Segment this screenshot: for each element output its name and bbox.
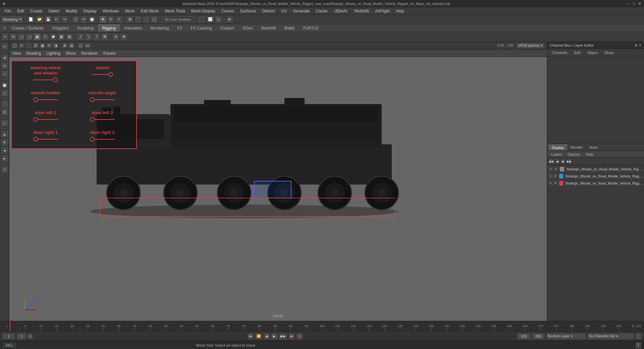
- lt-select[interactable]: ↖: [1, 43, 8, 50]
- vp-image-plane[interactable]: ◻: [77, 43, 84, 49]
- lt-render[interactable]: ▷: [1, 119, 8, 127]
- rig-cell-missile-holder[interactable]: missile holder: [17, 90, 74, 102]
- select-tool-rig[interactable]: ↖: [1, 33, 9, 41]
- layer-nav-next[interactable]: ▶: [560, 159, 566, 164]
- rp-tab-channels[interactable]: Channels: [548, 50, 571, 55]
- menu-uv[interactable]: UV: [279, 8, 290, 14]
- layer-v-2[interactable]: V: [548, 174, 553, 179]
- paint-select-button[interactable]: ⬤: [88, 16, 96, 23]
- vp-aa-btn[interactable]: AA: [84, 43, 91, 49]
- cross-btn[interactable]: ✜: [120, 33, 127, 41]
- tab-fx[interactable]: FX: [173, 25, 186, 32]
- rig-circle-mangle[interactable]: [90, 97, 95, 102]
- menu-airflight[interactable]: AirFlight: [372, 8, 392, 14]
- play-last-btn[interactable]: ⏭: [288, 333, 295, 340]
- rig-cell-missile-angle[interactable]: missile angle: [74, 90, 131, 102]
- le-tab-anim[interactable]: Anim: [586, 145, 601, 150]
- lt-extra[interactable]: A: [1, 166, 8, 173]
- layer-row-1[interactable]: V P Strategic_Missile_on_Road_Mobile_Veh…: [548, 166, 643, 172]
- menu-file[interactable]: File: [2, 8, 14, 14]
- vp-hud-btn[interactable]: ▤: [68, 43, 74, 49]
- ipr-render-button[interactable]: ⬜: [206, 16, 214, 23]
- timeline-ruler[interactable]: [9, 321, 635, 331]
- new-scene-button[interactable]: 📄: [27, 16, 35, 23]
- soft-select-rig[interactable]: ◁: [25, 33, 33, 41]
- snap-grid-button[interactable]: ⊞: [126, 16, 134, 23]
- rotate-tool-button[interactable]: ↻: [107, 16, 115, 23]
- right-panel-close-btn[interactable]: ✕: [639, 43, 641, 47]
- rig-btn5[interactable]: ▧: [66, 33, 73, 41]
- lt-up[interactable]: ▲: [1, 131, 8, 138]
- open-scene-button[interactable]: 📁: [36, 16, 44, 23]
- vp-menu-shading[interactable]: Shading: [26, 51, 41, 56]
- vp-light-btn[interactable]: ☀: [46, 43, 52, 49]
- lasso-select-rig[interactable]: ⟲: [9, 33, 17, 41]
- layer-p-1[interactable]: P: [554, 167, 558, 171]
- component-sel-rig[interactable]: ▣: [34, 33, 41, 41]
- layer-nav-first[interactable]: ◀◀: [548, 159, 554, 164]
- rig-circle-dl2[interactable]: [90, 117, 95, 122]
- select-tool-button[interactable]: ◻: [72, 16, 79, 23]
- vp-textured-btn[interactable]: ▦: [39, 43, 45, 49]
- rig-btn4[interactable]: ▦: [58, 33, 65, 41]
- tab-curves-surfaces[interactable]: Curves / Surfaces: [8, 25, 48, 32]
- play-forward-btn[interactable]: ▶: [271, 333, 278, 340]
- command-line-input[interactable]: [19, 342, 194, 348]
- rig-cell-stands[interactable]: stands: [74, 65, 131, 82]
- step-forward-btn[interactable]: ▶▶: [279, 333, 287, 340]
- rig-btn3[interactable]: ⬢: [50, 33, 57, 41]
- ik-handle-tool[interactable]: ╲: [85, 33, 92, 41]
- maximize-button[interactable]: □: [633, 1, 635, 6]
- lt-soft-select[interactable]: ⬤: [1, 81, 8, 89]
- layer-nav-prev[interactable]: ◀: [554, 159, 560, 164]
- tab-rigging[interactable]: Rigging: [98, 24, 120, 32]
- mode-dropdown[interactable]: Modeling ▾: [1, 16, 23, 23]
- vp-cam-btn[interactable]: ◯: [11, 43, 18, 49]
- rig-cell-door-right2[interactable]: door right 2: [74, 130, 131, 142]
- paint-rig[interactable]: ◁: [17, 33, 25, 41]
- vp-wire-btn[interactable]: ☰: [33, 43, 39, 49]
- menu-deform[interactable]: Deform: [259, 8, 278, 14]
- tab-sculpting[interactable]: Sculpting: [73, 25, 98, 32]
- tab-animation[interactable]: Animation: [120, 25, 146, 32]
- frame-sub-input[interactable]: [16, 333, 26, 340]
- menu-generate[interactable]: Generate: [290, 8, 312, 14]
- tab-redshift[interactable]: Redshift: [257, 25, 280, 32]
- vp-menu-lighting[interactable]: Lighting: [46, 51, 60, 56]
- 3d-viewport[interactable]: steering wheeland wheels stands: [9, 57, 547, 321]
- lt-down[interactable]: ▼: [1, 139, 8, 146]
- vp-menu-show[interactable]: Show: [66, 51, 76, 56]
- tab-custom[interactable]: Custom: [216, 25, 238, 32]
- save-scene-button[interactable]: 💾: [44, 16, 52, 23]
- minimize-button[interactable]: ─: [627, 1, 630, 6]
- help-line-btn[interactable]: ?: [635, 342, 641, 348]
- rp-tab-edit[interactable]: Edit: [571, 50, 584, 55]
- tab-polygons[interactable]: Polygons: [48, 25, 72, 32]
- lt-show[interactable]: ◻: [1, 89, 8, 97]
- menu-create[interactable]: Create: [28, 8, 45, 14]
- step-back-btn[interactable]: ◀: [263, 333, 270, 340]
- timeline[interactable]: 1 200: [0, 321, 644, 331]
- layer-row-3[interactable]: V P Strategic_Missile_on_Road_Mobile_Veh…: [548, 180, 643, 187]
- menu-mesh-tools[interactable]: Mesh Tools: [162, 8, 188, 14]
- vp-menu-view[interactable]: View: [12, 51, 21, 56]
- menu-modify[interactable]: Modify: [63, 8, 80, 14]
- rig-circle-dr2[interactable]: [90, 137, 95, 142]
- tab-turtle[interactable]: TURTLE: [299, 25, 322, 32]
- joint-tool[interactable]: ╱: [77, 33, 84, 41]
- vp-solid-btn[interactable]: ⬛: [25, 43, 32, 49]
- mel-label[interactable]: MEL: [3, 342, 16, 348]
- move-tool-button[interactable]: ✥: [99, 16, 107, 23]
- lst-options[interactable]: Options: [565, 152, 583, 157]
- rp-tab-object[interactable]: Object: [584, 50, 601, 55]
- lasso-tool-button[interactable]: ✏: [80, 16, 88, 23]
- vp-grid-btn[interactable]: ⊞: [62, 43, 68, 49]
- lt-layer[interactable]: ☰: [1, 108, 8, 116]
- no-anim-layer-dropdown[interactable]: No Anim Layer ▾: [546, 333, 586, 340]
- menu-display[interactable]: Display: [81, 8, 99, 14]
- rig-cell-door-right1[interactable]: door right 1: [17, 130, 74, 142]
- menu-edit-mesh[interactable]: Edit Mesh: [138, 8, 161, 14]
- layer-nav-last[interactable]: ▶▶: [567, 159, 572, 164]
- render-button[interactable]: ▷: [215, 16, 222, 23]
- lst-help[interactable]: Help: [583, 152, 596, 157]
